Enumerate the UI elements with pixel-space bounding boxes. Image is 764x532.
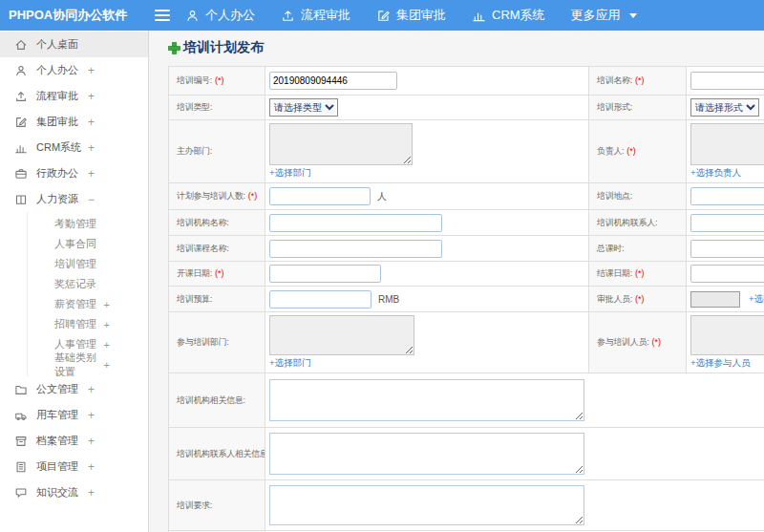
participants-field-cell: +选择参与人员 [687, 312, 764, 373]
course-name-input[interactable] [269, 240, 442, 258]
hamburger-icon[interactable] [155, 7, 170, 24]
training-no-input[interactable] [269, 72, 397, 90]
sidebar-subitem-label: 奖惩记录 [54, 277, 96, 291]
org-info-textarea[interactable] [269, 379, 584, 421]
expand-toggle-icon[interactable]: + [88, 90, 95, 103]
topbar-menu-item-0[interactable]: 个人办公 [185, 7, 255, 24]
requirements-textarea[interactable] [269, 485, 584, 525]
participants-select-link[interactable]: +选择参与人员 [690, 357, 751, 368]
planned-participants-input[interactable] [269, 187, 371, 205]
sidebar-item-label: CRM系统 [36, 140, 81, 155]
sidebar-subitem-6-2[interactable]: 培训管理 [28, 254, 148, 274]
expand-toggle-icon[interactable]: + [88, 383, 95, 396]
training-type-field-cell: 请选择类型 [265, 96, 589, 120]
expand-toggle-icon[interactable]: + [88, 167, 95, 181]
topbar-menu-item-1[interactable]: 流程审批 [281, 7, 350, 24]
topbar-menu-item-2[interactable]: 集团审批 [376, 7, 446, 24]
required-mark: (*) [626, 146, 636, 156]
expand-toggle-icon[interactable]: + [104, 359, 110, 371]
planned-participants-field-cell: 人 [265, 183, 589, 210]
sidebar-subitem-6-5[interactable]: 招聘管理+ [28, 314, 148, 334]
participating-depts-box[interactable] [269, 315, 414, 355]
expand-toggle-icon[interactable]: + [104, 319, 110, 330]
expand-toggle-icon[interactable]: + [88, 141, 95, 155]
form-row-9: 培训机构相关信息: [169, 373, 764, 428]
org-contact-input[interactable] [690, 214, 764, 232]
page-title-text: 培训计划发布 [183, 39, 264, 56]
form-row-10: 培训机构联系人相关信息: [169, 428, 764, 480]
sidebar-item-0[interactable]: 个人桌面 [0, 32, 148, 57]
sidebar-subitem-label: 招聘管理 [54, 317, 96, 331]
planned-participants-unit-label: 人 [377, 191, 387, 202]
approver-select-link[interactable]: +选择审批人员 [749, 293, 764, 304]
expand-toggle-icon[interactable]: + [88, 486, 95, 500]
expand-toggle-icon[interactable]: + [104, 299, 110, 310]
sidebar-item-3[interactable]: 集团审批+ [0, 109, 148, 135]
expand-toggle-icon[interactable]: + [88, 435, 95, 448]
start-date-input[interactable] [269, 265, 381, 283]
sidebar-item-9[interactable]: 档案管理+ [0, 428, 148, 454]
sidebar-item-1[interactable]: 个人办公+ [0, 57, 148, 83]
topbar-menu-item-3[interactable]: CRM系统 [472, 7, 545, 24]
form-row-6: 开课日期:(*)结课日期:(*) [169, 262, 764, 287]
budget-unit-label: RMB [378, 294, 399, 305]
sidebar-item-8[interactable]: 用车管理+ [0, 402, 148, 428]
budget-input[interactable] [269, 290, 371, 309]
edit-icon [376, 9, 391, 23]
expand-toggle-icon[interactable]: + [88, 409, 95, 422]
sidebar-item-11[interactable]: 知识交流+ [0, 479, 148, 505]
host-dept-select-link[interactable]: +选择部门 [269, 167, 311, 178]
sidebar-subitem-6-7[interactable]: 基础类别设置+ [28, 354, 148, 374]
car-icon [14, 409, 28, 422]
training-place-input[interactable] [690, 187, 764, 205]
expand-toggle-icon[interactable]: + [88, 116, 95, 129]
training-name-input[interactable] [690, 72, 764, 90]
participants-link-row: +选择参与人员 [690, 357, 764, 370]
expand-toggle-icon[interactable]: + [88, 460, 95, 474]
sidebar-item-label: 档案管理 [36, 434, 78, 448]
sidebar-item-6[interactable]: 人力资源− [0, 186, 148, 212]
participating-depts-select-link[interactable]: +选择部门 [269, 357, 311, 368]
training-place-label: 培训地点: [589, 183, 687, 210]
leader-select-link[interactable]: +选择负责人 [690, 167, 741, 178]
sidebar-item-10[interactable]: 项目管理+ [0, 454, 148, 479]
expand-toggle-icon[interactable]: + [88, 64, 95, 77]
org-contact-info-label: 培训机构联系人相关信息: [169, 428, 265, 480]
sidebar-subitem-6-0[interactable]: 考勤管理 [28, 214, 148, 234]
expand-toggle-icon[interactable]: + [104, 339, 110, 351]
required-mark: (*) [215, 75, 224, 85]
topbar-menu-label: CRM系统 [492, 7, 545, 24]
required-mark: (*) [651, 337, 661, 347]
leader-box[interactable] [690, 123, 764, 165]
training-type-select[interactable]: 请选择类型 [269, 98, 338, 117]
topbar-menu: 个人办公流程审批集团审批CRM系统更多应用 [185, 7, 637, 24]
sidebar-item-4[interactable]: CRM系统+ [0, 135, 148, 160]
total-hours-label: 总课时: [589, 236, 687, 262]
sidebar-subitem-6-1[interactable]: 人事合同 [28, 234, 148, 254]
approver-label: 审批人员:(*) [589, 287, 687, 312]
org-contact-info-textarea[interactable] [269, 433, 584, 475]
sidebar-item-7[interactable]: 公文管理+ [0, 376, 148, 402]
form-row-7: 培训预算:RMB审批人员:(*)+选择审批人员 [169, 287, 764, 312]
org-name-input[interactable] [269, 214, 442, 232]
expand-toggle-icon[interactable]: − [88, 193, 95, 206]
form-row-5: 培训课程名称:总课时: [169, 236, 764, 262]
sidebar-subitem-6-3[interactable]: 奖惩记录 [28, 274, 148, 294]
flow-icon [281, 9, 295, 23]
host-dept-box[interactable] [269, 123, 413, 165]
sidebar-item-2[interactable]: 流程审批+ [0, 83, 148, 109]
sidebar-item-5[interactable]: 行政办公+ [0, 160, 148, 186]
edit-icon [14, 116, 28, 129]
start-date-label: 开课日期:(*) [169, 262, 265, 287]
sidebar-sublist: 考勤管理人事合同培训管理奖惩记录薪资管理+招聘管理+人事管理+基础类别设置+ [27, 212, 148, 376]
required-mark: (*) [635, 75, 645, 85]
total-hours-field-cell [687, 236, 764, 262]
training-form-select[interactable]: 请选择形式 [690, 98, 759, 117]
topbar-menu-item-4[interactable]: 更多应用 [571, 7, 637, 24]
total-hours-input[interactable] [690, 240, 764, 258]
approver-box[interactable] [690, 291, 740, 308]
participants-box[interactable] [690, 315, 764, 355]
end-date-input[interactable] [690, 265, 764, 283]
sidebar-subitem-6-4[interactable]: 薪资管理+ [28, 294, 148, 314]
participating-depts-label: 参与培训部门: [169, 312, 265, 373]
